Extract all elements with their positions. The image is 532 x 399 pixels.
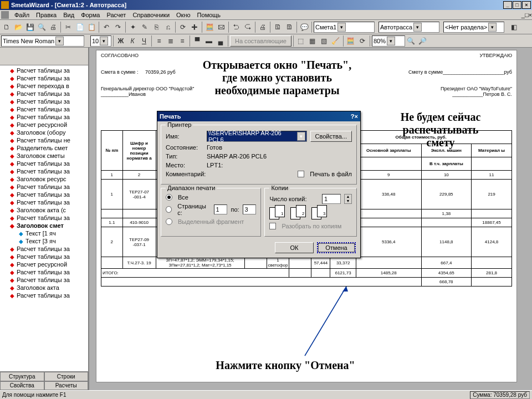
calc-icon[interactable]: 🧮: [345, 35, 356, 47]
undo-icon[interactable]: ↶: [101, 22, 112, 33]
tool3-icon[interactable]: ⎘: [151, 22, 162, 33]
bold-icon[interactable]: Ж: [115, 35, 126, 47]
fill-icon[interactable]: ▧: [319, 35, 330, 47]
page-from-input[interactable]: 1: [214, 204, 228, 214]
tree-item[interactable]: ◆Расчет таблицы за: [0, 253, 88, 260]
print-to-file-checkbox[interactable]: [298, 171, 304, 177]
cut-icon[interactable]: ✂: [63, 22, 74, 33]
tree-item[interactable]: ◆Заголовок смет: [0, 222, 88, 229]
tree-item[interactable]: ◆Расчет таблицы за: [0, 98, 88, 105]
align-left-icon[interactable]: ≡: [154, 35, 165, 47]
tool9-icon[interactable]: ⮌: [231, 22, 242, 33]
tree-item[interactable]: ◆Заголовок ресурс: [0, 175, 88, 183]
zoomin-icon[interactable]: 🔍: [406, 35, 417, 47]
copy-icon[interactable]: 📄: [74, 22, 85, 33]
size-combo[interactable]: 10 ▾: [90, 35, 111, 47]
tree-item[interactable]: ◆Заголовок акта (с: [0, 206, 88, 214]
tree-item[interactable]: ◆Расчет таблицы за: [0, 198, 88, 206]
copies-input[interactable]: 1: [322, 194, 341, 204]
tree-list[interactable]: ◆Расчет таблицы за◆Расчет таблицы за◆Рас…: [0, 65, 88, 371]
project-combo[interactable]: Автотрасса ▾: [378, 22, 439, 33]
tree-item[interactable]: ◆Расчет ресурсной: [0, 260, 88, 268]
tree-item[interactable]: ◆Расчет таблицы за: [0, 268, 88, 276]
redo-icon[interactable]: ↷: [112, 22, 124, 33]
tree-item[interactable]: ◆Расчет таблицы за: [0, 167, 88, 175]
page-to-input[interactable]: 3: [243, 204, 257, 214]
section-combo[interactable]: <Нет раздела> ▾: [443, 22, 504, 33]
tree-item[interactable]: ◆Текст [1 яч: [0, 229, 88, 237]
cancel-button[interactable]: Отмена: [317, 242, 356, 253]
chevron-down-icon[interactable]: ▾: [387, 37, 395, 45]
menu-file[interactable]: Файл: [11, 11, 33, 19]
tab-props[interactable]: Свойства: [0, 381, 44, 391]
radio-pages[interactable]: [166, 206, 172, 213]
erase-icon[interactable]: 🧹: [330, 35, 341, 47]
restore-button[interactable]: □: [513, 1, 521, 9]
tab-calcs[interactable]: Расчеты: [44, 381, 89, 391]
tree-item[interactable]: ◆Заголовок сметы: [0, 152, 88, 160]
print2-icon[interactable]: 🖨: [257, 22, 268, 33]
dialog-help-button[interactable]: ?: [351, 113, 355, 120]
tree-item[interactable]: ◆Расчет таблицы за: [0, 214, 88, 222]
tool10-icon[interactable]: ⮎: [242, 22, 253, 33]
underline-icon[interactable]: Ч: [139, 35, 150, 47]
tool11-icon[interactable]: 🖻: [272, 22, 283, 33]
tree-item[interactable]: ◆Разделитель смет: [0, 144, 88, 152]
paste-icon[interactable]: 📋: [86, 22, 97, 33]
copies-up-button[interactable]: ▲: [345, 195, 351, 199]
tree-item[interactable]: ◆Расчет таблицы за: [0, 191, 88, 198]
tree-item[interactable]: ◆Расчет таблицы за: [0, 291, 88, 299]
tree-item[interactable]: ◆Расчет таблицы за: [0, 245, 88, 253]
tool4-icon[interactable]: ⎌: [162, 22, 173, 33]
tool12-icon[interactable]: 🖺: [284, 22, 295, 33]
tree-item[interactable]: ◆Расчет ресурсной: [0, 121, 88, 129]
menu-ref[interactable]: Справочники: [129, 11, 173, 19]
doc-combo[interactable]: Смета1 ▾: [314, 22, 375, 33]
dialog-close-button[interactable]: ×: [355, 113, 358, 120]
chevron-down-icon[interactable]: ▾: [100, 37, 108, 45]
zoomout-icon[interactable]: 🔎: [417, 35, 428, 47]
tree-item[interactable]: ◆Расчет таблицы за: [0, 160, 88, 167]
tool6-icon[interactable]: 🞣: [189, 22, 200, 33]
tree-item[interactable]: ◆Текст [3 яч: [0, 237, 88, 245]
tool2-icon[interactable]: ✎: [139, 22, 150, 33]
chevron-down-icon[interactable]: ▾: [488, 23, 497, 32]
tree-item[interactable]: ◆Расчет таблицы за: [0, 276, 88, 284]
tool14-icon[interactable]: ◧: [508, 22, 519, 33]
align-right-icon[interactable]: ≡: [177, 35, 188, 47]
chevron-down-icon[interactable]: ▾: [297, 132, 305, 141]
printer-name-combo[interactable]: \\SERVER\SHARP AR-206 PCL6 ▾: [207, 131, 307, 142]
tree-item[interactable]: ◆Заголовок (обору: [0, 129, 88, 136]
preview-icon[interactable]: 🔍: [36, 22, 47, 33]
tab-rows[interactable]: Строки: [44, 372, 89, 381]
tool-icon[interactable]: ✦: [127, 22, 139, 33]
tree-item[interactable]: ◆Расчет таблицы не: [0, 136, 88, 144]
menu-help[interactable]: Помощь: [194, 11, 224, 19]
menu-edit[interactable]: Правка: [33, 11, 60, 19]
copies-down-button[interactable]: ▼: [345, 199, 351, 203]
menu-window[interactable]: Окно: [173, 11, 194, 19]
mdi-close-button[interactable]: ×: [529, 12, 532, 18]
tool8-icon[interactable]: 🖂: [216, 22, 227, 33]
refresh-icon[interactable]: ⟳: [357, 35, 368, 47]
menu-calc[interactable]: Расчет: [103, 11, 129, 19]
tool5-icon[interactable]: ⟳: [177, 22, 188, 33]
valign-mid-icon[interactable]: ▬: [203, 35, 214, 47]
print-icon[interactable]: 🖨: [48, 22, 59, 33]
tree-item[interactable]: ◆Расчет таблицы за: [0, 90, 88, 98]
doc-sys-icon[interactable]: [1, 11, 9, 19]
radio-all[interactable]: [166, 194, 172, 201]
tree-item[interactable]: ◆Расчет таблицы за: [0, 66, 88, 74]
properties-button[interactable]: Свойства...: [310, 131, 352, 142]
open-icon[interactable]: 📂: [13, 22, 24, 33]
tree-item[interactable]: ◆Расчет перехода в: [0, 82, 88, 90]
tab-structure[interactable]: Структура: [0, 372, 44, 381]
menu-view[interactable]: Вид: [60, 11, 78, 19]
mdi-restore-button[interactable]: □: [525, 12, 529, 18]
chevron-down-icon[interactable]: ▾: [413, 23, 422, 32]
ok-button[interactable]: ОК: [275, 242, 314, 253]
new-icon[interactable]: 🗋: [1, 22, 12, 33]
zoom-combo[interactable]: 80% ▾: [372, 35, 405, 47]
valign-bot-icon[interactable]: ▄: [215, 35, 226, 47]
tree-item[interactable]: ◆Расчет таблицы за: [0, 105, 88, 113]
